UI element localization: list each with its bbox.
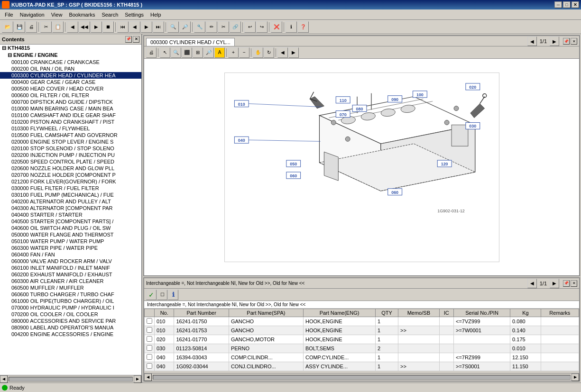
tb-search-button[interactable]: 🔍 — [167, 21, 179, 33]
tree-item-060400[interactable]: 060400 FAN / FAN — [0, 251, 141, 258]
tree-item-070000[interactable]: 070000 HYDRAULIC PUMP / HYDRAULIC I — [0, 304, 141, 311]
tb-save-button[interactable]: 💾 — [14, 21, 25, 33]
tree-item-070200[interactable]: 070200 OIL COOLER / OIL COOLER — [0, 311, 141, 318]
tb-square-button[interactable]: ⏹ — [102, 21, 114, 33]
diag-highlight-btn[interactable]: A — [214, 47, 225, 58]
row-check[interactable] — [145, 317, 155, 326]
parts-hscroll-right-btn[interactable]: ▶ — [572, 374, 579, 381]
tree-item-020200[interactable]: 020200 INJECTION PUMP / INJECTION PU — [0, 152, 141, 158]
tree-item-040400[interactable]: 040400 STARTER / STARTER — [0, 211, 141, 218]
tree-item-010200[interactable]: 010200 PISTON AND CRANKSHAFT / PIST — [0, 119, 141, 125]
parts-info-btn[interactable]: ℹ — [168, 290, 178, 300]
tree-item-060300b[interactable]: 060300 AIR CLEANER / AIR CLEANER — [0, 278, 141, 284]
diag-print-btn[interactable]: 🖨 — [146, 47, 157, 58]
tree-item-000200[interactable]: 000200 OIL PAN / OIL PAN — [0, 65, 141, 72]
tree-item-010000[interactable]: 010000 MAIN BEARING CASE / MAIN BEA — [0, 105, 141, 112]
menu-search[interactable]: Search — [99, 11, 121, 18]
tree-item-020000[interactable]: 020000 ENGINE STOP LEVER / ENGINE S — [0, 138, 141, 145]
row-check[interactable] — [145, 344, 155, 353]
tree-item-050100[interactable]: 050100 WATER PUMP / WATER PUMP — [0, 238, 141, 245]
tree-item-020500[interactable]: 020500 SPEED CONTROL PLATE / SPEED — [0, 158, 141, 165]
tree-item-020100[interactable]: 020100 STOP SOLENOID / STOP SOLENO — [0, 145, 141, 152]
diagram-tab[interactable]: 000300 CYLINDER HEAD / CYL... — [146, 38, 235, 46]
tree-item-040300[interactable]: 040300 ALTERNATOR [COMPONENT PAR — [0, 205, 141, 211]
parts-hscroll-left-btn[interactable]: ◀ — [144, 374, 152, 381]
diag-prev-page-btn[interactable]: ◀ — [277, 47, 288, 58]
tb-forward-button[interactable]: ▶ — [91, 21, 102, 33]
row-check[interactable] — [145, 335, 155, 344]
tree-item-000700[interactable]: 000700 DIPSTICK AND GUIDE / DIPSTICK — [0, 99, 141, 105]
tb-search2-button[interactable]: 🔎 — [179, 21, 191, 33]
table-row[interactable]: 040 16394-03043 COMP.CILINDR... COMP.CYL… — [145, 353, 579, 362]
tree-item-000100[interactable]: 000100 CRANKCASE / CRANKCASE — [0, 59, 141, 65]
diagram-close-btn[interactable]: ✕ — [571, 38, 577, 45]
menu-settings[interactable]: Settings — [122, 11, 147, 18]
tree-item-010500[interactable]: 010500 FUEL CAMSHAFT AND GOVERNOR — [0, 132, 141, 138]
tb-undo-button[interactable]: ↩ — [244, 21, 256, 33]
tb-back-button[interactable]: ◀ — [67, 21, 78, 33]
tb-last-button[interactable]: ⏭ — [153, 21, 164, 33]
table-row[interactable]: 040 1G092-03044 CONJ.CILINDRO... ASSY CY… — [145, 362, 579, 371]
tb-cut-button[interactable]: ✂ — [40, 21, 52, 33]
hscroll-track[interactable] — [9, 377, 133, 382]
tb-info-button[interactable]: ℹ — [286, 21, 297, 33]
tb-redo-button[interactable]: ↪ — [256, 21, 267, 33]
tree-item-020700[interactable]: 020700 NOZZLE HOLDER [COMPONENT P — [0, 172, 141, 178]
tree-item-040200[interactable]: 040200 ALTERNATOR AND PULLEY / ALT — [0, 198, 141, 205]
tree-item-060300[interactable]: 060300 WATER PIPE / WATER PIPE — [0, 245, 141, 251]
diag-zoombox-btn[interactable]: ⬛ — [182, 47, 192, 58]
table-row[interactable]: 010 16241-01753 GANCHO HOOK,ENGINE 1 >> … — [145, 326, 579, 335]
table-row[interactable]: 020 16241-01770 GANCHO,MOTOR HOOK,ENGINE… — [145, 335, 579, 344]
tree-item-080900[interactable]: 080900 LABEL AND OPERATOR'S MANUA — [0, 324, 141, 331]
tree-hscroll[interactable]: ◀ ▶ — [0, 375, 141, 383]
tree-item-030000[interactable]: 030000 FUEL FILTER / FUEL FILTER — [0, 185, 141, 191]
tree-scroll[interactable]: ⊟ KTH4815⊟ ENGINE / ENGINE000100 CRANKCA… — [0, 45, 141, 375]
tree-item-050000[interactable]: 050000 WATER FLANGE AND THERMOST — [0, 231, 141, 238]
diagram-pin-btn[interactable]: 📌 — [563, 38, 570, 45]
tree-item-root[interactable]: ⊟ KTH4815 — [0, 45, 141, 52]
tree-item-000300[interactable]: 000300 CYLINDER HEAD / CYLINDER HEA — [0, 72, 141, 79]
parts-next-btn[interactable]: ▶ — [550, 279, 559, 288]
menu-view[interactable]: View — [48, 11, 65, 18]
tb-print-button[interactable]: 🖨 — [26, 21, 37, 33]
hscroll-right-btn[interactable]: ▶ — [134, 375, 141, 383]
tree-item-engine-group[interactable]: ⊟ ENGINE / ENGINE — [0, 52, 141, 59]
menu-navigation[interactable]: Navigation — [17, 11, 47, 18]
tree-item-060600[interactable]: 060600 TURBO CHARGER / TURBO CHAF — [0, 291, 141, 298]
tb-prev2-button[interactable]: ◀ — [129, 21, 140, 33]
parts-hscroll[interactable]: ◀ ▶ — [144, 373, 579, 381]
maximize-button[interactable]: □ — [563, 1, 571, 8]
parts-hscroll-track[interactable] — [153, 375, 571, 380]
parts-pin-btn[interactable]: 📌 — [563, 280, 570, 287]
parts-check-btn[interactable]: ✓ — [146, 290, 157, 300]
row-check[interactable] — [145, 353, 155, 362]
tb-scissors-button[interactable]: ✂ — [218, 21, 229, 33]
diag-zoomin-btn[interactable]: + — [228, 47, 239, 58]
close-button[interactable]: ✕ — [572, 1, 579, 8]
tree-item-061000[interactable]: 061000 OIL PIPE(TURBO CHARGER) / OIL — [0, 298, 141, 304]
parts-table-container[interactable]: No. Part Number Part Name(SPA) Part Name… — [144, 309, 579, 373]
tree-item-010100[interactable]: 010100 CAMSHAFT AND IDLE GEAR SHAF — [0, 112, 141, 119]
diagram-next-btn[interactable]: ▶ — [550, 36, 559, 46]
menu-file[interactable]: File — [2, 11, 16, 18]
diag-pointer-btn[interactable]: ↖ — [160, 47, 170, 58]
tree-item-060100[interactable]: 060100 INLET MANIFOLD / INLET MANIF — [0, 264, 141, 271]
tree-item-040600[interactable]: 040600 OIL SWITCH AND PLUG / OIL SW — [0, 225, 141, 231]
menu-help[interactable]: Help — [148, 11, 164, 18]
contents-pin-button[interactable]: 📌 — [125, 36, 132, 43]
diag-rotate-btn[interactable]: ↻ — [264, 47, 274, 58]
tree-item-040500[interactable]: 040500 STARTER [COMPONENT PARTS] / — [0, 218, 141, 225]
parts-prev-btn[interactable]: ◀ — [527, 279, 537, 288]
contents-close-button[interactable]: ✕ — [133, 36, 139, 43]
tree-item-030100[interactable]: 030100 FUEL PUMP (MECHANICAL) / FUE — [0, 191, 141, 198]
hscroll-left-btn[interactable]: ◀ — [0, 375, 8, 383]
tb-edit-button[interactable]: ✏ — [206, 21, 217, 33]
tb-tools-button[interactable]: 🔧 — [194, 21, 205, 33]
tb-next-button[interactable]: ▶ — [141, 21, 152, 33]
diag-zoomout-btn[interactable]: − — [239, 47, 249, 58]
tree-item-020600[interactable]: 020600 NOZZLE HOLDER AND GLOW PLL — [0, 165, 141, 172]
parts-close-btn[interactable]: ✕ — [571, 280, 577, 287]
tree-item-000500[interactable]: 000500 HEAD COVER / HEAD COVER — [0, 85, 141, 92]
tb-help-button[interactable]: ❓ — [297, 21, 309, 33]
table-row[interactable]: 010 16241-01750 GANCHO HOOK,ENGINE 1 <=7… — [145, 317, 579, 326]
